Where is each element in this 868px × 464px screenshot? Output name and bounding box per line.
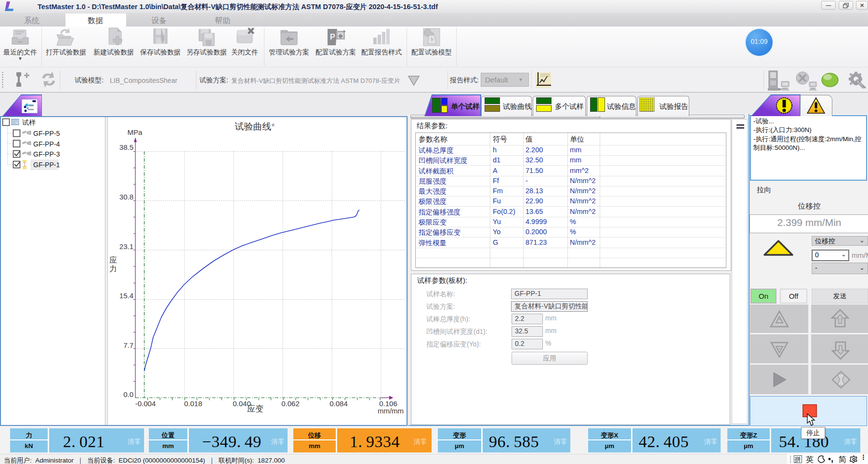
svg-text:0.018: 0.018 <box>184 399 202 408</box>
svg-text:P: P <box>330 33 335 41</box>
svg-text:38.5: 38.5 <box>119 143 133 151</box>
svg-text:30.8: 30.8 <box>119 193 133 201</box>
svg-text:0.084: 0.084 <box>329 399 348 408</box>
svg-text:试样: 试样 <box>22 119 36 126</box>
svg-text:15.4: 15.4 <box>119 292 133 300</box>
svg-text:GF-PP-5: GF-PP-5 <box>33 130 60 137</box>
svg-text:0.0: 0.0 <box>123 390 133 398</box>
svg-text:应变: 应变 <box>247 404 263 413</box>
svg-text:23.1: 23.1 <box>119 242 133 251</box>
svg-text:-0.004: -0.004 <box>135 399 156 408</box>
svg-text:0.062: 0.062 <box>281 399 300 408</box>
svg-text:mm/mm: mm/mm <box>378 407 404 415</box>
svg-text:应: 应 <box>109 256 117 264</box>
svg-text:GF-PP-1: GF-PP-1 <box>33 161 60 169</box>
svg-text:力: 力 <box>109 265 117 273</box>
svg-text:GF-PP-4: GF-PP-4 <box>33 140 60 148</box>
svg-text:试验曲线*: 试验曲线* <box>235 121 275 132</box>
svg-text:7.7: 7.7 <box>123 341 133 349</box>
svg-text:GF-PP-3: GF-PP-3 <box>33 150 60 158</box>
svg-text:MPa: MPa <box>128 128 143 136</box>
